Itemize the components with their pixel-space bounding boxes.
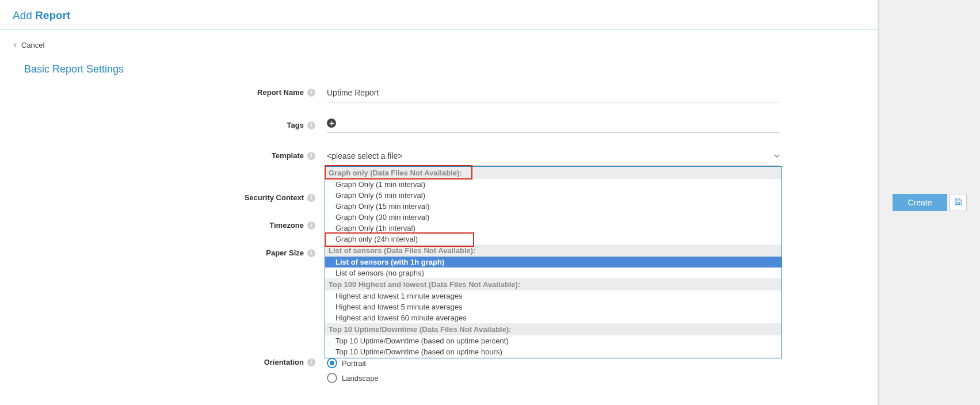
dropdown-option[interactable]: Graph only (24h interval) [325, 234, 781, 244]
template-dropdown-panel: Graph only (Data Files Not Available):Gr… [325, 166, 782, 358]
dropdown-option[interactable]: Top 10 Uptime/Downtime (based on uptime … [325, 335, 781, 346]
info-icon[interactable]: i [307, 358, 315, 366]
chevron-left-icon [13, 41, 18, 49]
dropdown-group-header: List of sensors (Data Files Not Availabl… [325, 244, 781, 257]
create-button[interactable]: Create [893, 194, 947, 211]
orientation-option[interactable]: Landscape [327, 370, 780, 385]
radio-icon [327, 358, 337, 368]
info-icon[interactable]: i [307, 194, 315, 202]
label-template: Template i [0, 149, 315, 160]
dropdown-group-header: Top 10 Uptime/Downtime (Data Files Not A… [325, 323, 781, 335]
label-report-name: Report Name i [0, 86, 315, 97]
label-timezone: Timezone i [0, 219, 315, 230]
info-icon[interactable]: i [307, 152, 315, 160]
report-name-input[interactable] [327, 86, 780, 102]
dropdown-group-header: Top 100 Uptime/Downtime (Data Files Not … [325, 357, 781, 358]
divider [0, 29, 878, 29]
page-title-bold: Report [35, 9, 70, 21]
save-icon [954, 198, 962, 208]
page-title: Add Report [0, 0, 878, 29]
save-button[interactable] [950, 194, 967, 211]
orientation-label: Landscape [342, 374, 379, 383]
orientation-label: Portrait [342, 359, 366, 368]
dropdown-option[interactable]: List of sensors (with 1h graph) [325, 257, 781, 268]
dropdown-option[interactable]: Top 10 Uptime/Downtime (based on uptime … [325, 346, 781, 357]
radio-icon [327, 373, 337, 383]
dropdown-option[interactable]: List of sensors (no graphs) [325, 268, 781, 278]
cancel-link[interactable]: Cancel [13, 41, 44, 49]
info-icon[interactable]: i [307, 249, 315, 257]
dropdown-option[interactable]: Highest and lowest 5 minute averages [325, 301, 781, 312]
dropdown-option[interactable]: Graph Only (5 min interval) [325, 190, 781, 201]
chevron-down-icon [774, 151, 780, 161]
right-sidebar: Create [879, 0, 980, 405]
dropdown-option[interactable]: Graph Only (1h interval) [325, 223, 781, 234]
form-area: Report Name i Tags i [0, 86, 878, 385]
info-icon[interactable]: i [307, 89, 315, 97]
template-select[interactable]: <please select a file> [327, 149, 780, 166]
dropdown-group-header: Top 100 Highest and lowest (Data Files N… [325, 278, 781, 291]
page-title-prefix: Add [13, 9, 35, 21]
label-security-context: Security Context i [0, 191, 315, 202]
dropdown-option[interactable]: Highest and lowest 60 minute averages [325, 312, 781, 323]
dropdown-option[interactable]: Highest and lowest 1 minute averages [325, 291, 781, 301]
template-selected-value: <please select a file> [327, 151, 403, 161]
info-icon[interactable]: i [307, 221, 315, 230]
label-tags: Tags i [0, 119, 315, 129]
template-dropdown-list[interactable]: Graph only (Data Files Not Available):Gr… [325, 167, 781, 358]
dropdown-option[interactable]: Graph Only (1 min interval) [325, 179, 781, 190]
label-paper-size: Paper Size i [0, 246, 315, 257]
section-heading: Basic Report Settings [0, 63, 878, 86]
dropdown-group-header: Graph only (Data Files Not Available): [325, 167, 781, 179]
label-orientation: Orientation i [0, 356, 315, 366]
cancel-label: Cancel [21, 41, 44, 49]
info-icon[interactable]: i [307, 121, 315, 129]
add-tag-button[interactable] [327, 119, 336, 128]
dropdown-option[interactable]: Graph Only (15 min interval) [325, 201, 781, 212]
dropdown-option[interactable]: Graph Only (30 min interval) [325, 212, 781, 223]
